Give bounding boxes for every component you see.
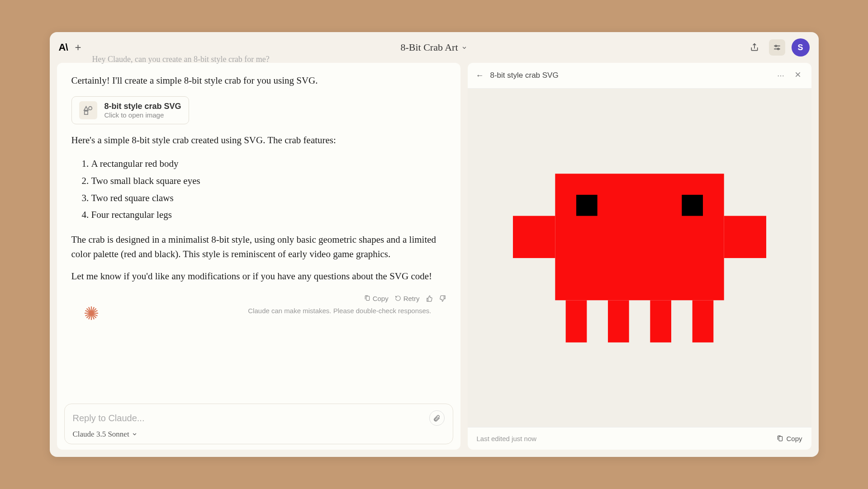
header-right: S: [746, 38, 810, 56]
svg-rect-23: [608, 300, 629, 342]
chat-column: Certainly! I'll create a simple 8-bit st…: [57, 63, 460, 450]
back-arrow-icon[interactable]: ←: [476, 71, 484, 80]
artifact-card[interactable]: 8-bit style crab SVG Click to open image: [71, 96, 189, 124]
header: A\ + Hey Claude, can you create an 8-bit…: [50, 32, 819, 63]
model-selector[interactable]: Claude 3.5 Sonnet: [73, 429, 445, 439]
svg-rect-25: [692, 300, 713, 342]
bottom-status-row: Claude can make mistakes. Please double-…: [71, 305, 446, 323]
svg-rect-19: [724, 216, 766, 258]
artifact-panel-title: 8-bit style crab SVG: [490, 71, 769, 80]
chevron-down-icon: [461, 42, 468, 53]
settings-icon[interactable]: [769, 39, 785, 56]
disclaimer-text: Claude can make mistakes. Please double-…: [108, 305, 432, 318]
thumbs-up-icon: [426, 295, 433, 302]
retry-label: Retry: [403, 295, 420, 302]
artifact-panel-header: ← 8-bit style crab SVG ⋯: [468, 63, 811, 89]
retry-icon: [395, 295, 401, 301]
svg-rect-20: [576, 195, 598, 216]
last-edited-text: Last edited just now: [477, 435, 537, 442]
svg-point-3: [777, 48, 778, 50]
svg-rect-24: [650, 300, 671, 342]
reply-placeholder: Reply to Claude...: [73, 413, 145, 423]
chevron-down-icon: [131, 429, 138, 439]
list-item: Two small black square eyes: [91, 173, 446, 190]
thumbs-up-button[interactable]: [426, 295, 433, 302]
previous-user-message: Hey Claude, can you create an 8-bit styl…: [59, 52, 270, 64]
attach-button[interactable]: [429, 410, 445, 426]
thumbs-down-button[interactable]: [439, 295, 446, 302]
svg-point-2: [775, 45, 776, 47]
crab-svg-image: [513, 168, 766, 348]
model-name: Claude 3.5 Sonnet: [73, 430, 129, 439]
more-options-icon[interactable]: ⋯: [775, 70, 786, 82]
svg-point-4: [88, 106, 91, 109]
reply-input-area[interactable]: Reply to Claude... Claude 3.5 Sonnet: [64, 404, 453, 444]
user-avatar[interactable]: S: [792, 38, 810, 56]
copy-label: Copy: [373, 295, 389, 302]
response-intro: Certainly! I'll create a simple 8-bit st…: [71, 74, 446, 88]
artifact-card-subtitle: Click to open image: [104, 111, 181, 119]
claude-starburst-icon: [83, 305, 100, 323]
copy-button[interactable]: Copy: [364, 295, 389, 302]
response-actions: Copy Retry: [71, 292, 446, 305]
paperclip-icon: [433, 414, 441, 422]
retry-button[interactable]: Retry: [395, 295, 420, 302]
close-icon[interactable]: [792, 69, 803, 82]
list-item: A rectangular red body: [91, 155, 446, 173]
svg-rect-17: [555, 174, 724, 300]
input-row: Reply to Claude...: [73, 410, 445, 426]
panel-copy-button[interactable]: Copy: [777, 435, 802, 442]
clipboard-icon: [364, 295, 370, 301]
svg-rect-26: [779, 437, 783, 441]
artifact-card-title: 8-bit style crab SVG: [104, 102, 181, 111]
thumbs-down-icon: [439, 295, 446, 302]
artifact-panel: ← 8-bit style crab SVG ⋯: [468, 63, 811, 450]
response-para-2: The crab is designed in a minimalist 8-b…: [71, 233, 446, 261]
svg-rect-21: [682, 195, 703, 216]
artifact-card-text: 8-bit style crab SVG Click to open image: [104, 102, 181, 119]
chat-title-text: 8-Bit Crab Art: [400, 42, 458, 53]
content-area: Certainly! I'll create a simple 8-bit st…: [50, 63, 819, 457]
chat-title-dropdown[interactable]: 8-Bit Crab Art: [400, 42, 467, 53]
chat-body: Certainly! I'll create a simple 8-bit st…: [57, 63, 460, 401]
list-item: Two red square claws: [91, 190, 446, 207]
response-para-3: Let me know if you'd like any modificati…: [71, 269, 446, 284]
share-icon[interactable]: [746, 39, 763, 56]
app-window: A\ + Hey Claude, can you create an 8-bit…: [50, 32, 819, 457]
svg-rect-5: [84, 111, 87, 114]
features-list: A rectangular red body Two small black s…: [71, 155, 446, 224]
features-intro: Here's a simple 8-bit style crab created…: [71, 133, 446, 148]
artifact-panel-footer: Last edited just now Copy: [468, 427, 811, 450]
panel-copy-label: Copy: [786, 435, 802, 442]
artifact-shapes-icon: [79, 101, 97, 119]
list-item: Four rectangular legs: [91, 207, 446, 224]
clipboard-icon: [777, 435, 783, 442]
disclaimer-wrap: Claude can make mistakes. Please double-…: [108, 305, 432, 318]
artifact-canvas: [468, 89, 811, 427]
svg-rect-6: [366, 296, 369, 301]
svg-rect-22: [565, 300, 587, 342]
svg-rect-18: [513, 216, 555, 258]
